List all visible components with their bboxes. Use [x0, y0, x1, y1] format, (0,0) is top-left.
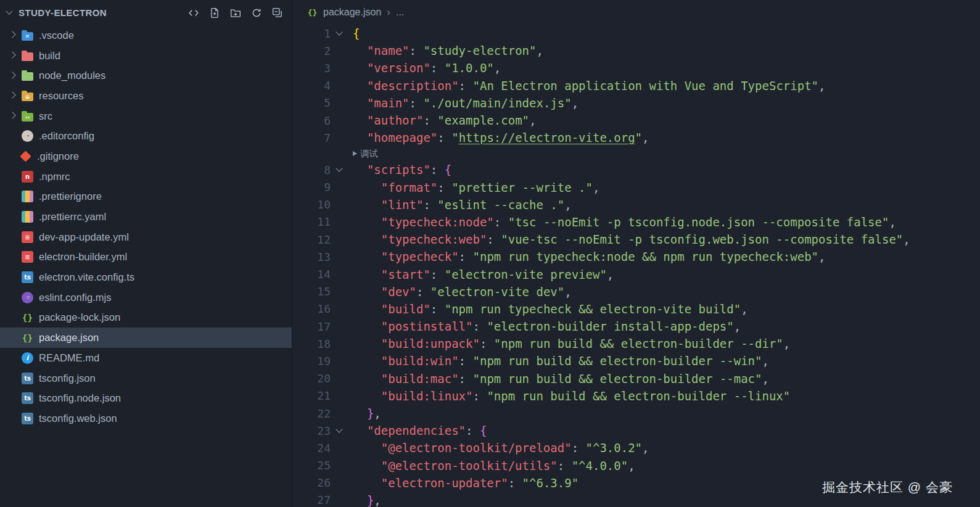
fold-chevron-icon[interactable]	[331, 429, 347, 432]
new-file-icon[interactable]	[209, 7, 220, 19]
codelens-debug[interactable]: 调试	[292, 146, 980, 161]
line-number: 12	[292, 233, 331, 246]
file-label: README.md	[39, 352, 99, 364]
code-line-14[interactable]: 14 "start": "electron-vite preview",	[292, 265, 980, 282]
json-braces-icon: {}	[22, 332, 33, 344]
code-text: "postinstall": "electron-builder install…	[347, 319, 741, 333]
tree-file-.editorconfig[interactable]: ·.editorconfig	[0, 126, 292, 146]
code-icon[interactable]	[188, 7, 199, 19]
code-line-2[interactable]: 2 "name": "study-electron",	[292, 42, 980, 59]
tree-file-tsconfig.json[interactable]: tstsconfig.json	[0, 368, 292, 389]
code-line-24[interactable]: 24 "@electron-toolkit/preload": "^3.0.2"…	[292, 439, 980, 456]
code-line-19[interactable]: 19 "build:win": "npm run build && electr…	[292, 352, 980, 369]
code-line-12[interactable]: 12 "typecheck:web": "vue-tsc --noEmit -p…	[292, 231, 980, 248]
fold-chevron-icon[interactable]	[331, 32, 347, 35]
vscode-folder-icon: ✕	[22, 32, 33, 41]
code-text: "description": "An Electron application …	[347, 79, 825, 93]
code-line-11[interactable]: 11 "typecheck:node": "tsc --noEmit -p ts…	[292, 213, 980, 231]
code-line-25[interactable]: 25 "@electron-toolkit/utils": "^4.0.0",	[292, 457, 980, 474]
code-line-20[interactable]: 20 "build:mac": "npm run build && electr…	[292, 370, 980, 387]
tree-folder-build[interactable]: build	[0, 46, 292, 66]
code-text: "typecheck:node": "tsc --noEmit -p tscon…	[347, 215, 896, 229]
chevron-right-icon	[7, 332, 20, 344]
chevron-right-icon	[7, 130, 20, 142]
chevron-right-icon	[7, 291, 20, 303]
npm-icon: n	[22, 171, 33, 183]
collapse-all-icon[interactable]	[272, 7, 283, 19]
chevron-right-icon[interactable]	[7, 70, 20, 82]
code-line-8[interactable]: 8 "scripts": {	[292, 161, 980, 178]
code-line-15[interactable]: 15 "dev": "electron-vite dev",	[292, 283, 980, 300]
code-line-5[interactable]: 5 "main": "./out/main/index.js",	[292, 94, 980, 112]
code-text: "dev": "electron-vite dev",	[347, 285, 572, 299]
breadcrumb-more[interactable]: ...	[396, 7, 404, 18]
code-text: "homepage": "https://electron-vite.org",	[347, 131, 649, 144]
code-lines: 1{2 "name": "study-electron",3 "version"…	[292, 25, 980, 507]
code-line-13[interactable]: 13 "typecheck": "npm run typecheck:node …	[292, 248, 980, 265]
code-text: "build:linux": "npm run build && electro…	[347, 389, 790, 403]
file-label: electron-builder.yml	[39, 251, 127, 263]
code-text: "typecheck": "npm run typecheck:node && …	[347, 250, 825, 263]
tree-file-.gitignore[interactable]: .gitignore	[0, 146, 292, 167]
explorer-sidebar: STUDY-ELECTRON ✕.vscodebuildnode	[0, 0, 292, 507]
code-line-22[interactable]: 22 },	[292, 405, 980, 422]
line-number: 4	[292, 79, 331, 92]
chevron-right-icon[interactable]	[7, 29, 20, 41]
code-line-9[interactable]: 9 "format": "prettier --write .",	[292, 179, 980, 196]
tree-folder-.vscode[interactable]: ✕.vscode	[0, 25, 292, 46]
code-line-3[interactable]: 3 "version": "1.0.0",	[292, 59, 980, 76]
tree-file-.prettierrc.yaml[interactable]: .prettierrc.yaml	[0, 207, 292, 227]
tree-file-package-lock.json[interactable]: {}package-lock.json	[0, 308, 292, 328]
node-modules-folder-icon	[22, 72, 33, 81]
code-text: "dependencies": {	[347, 424, 487, 437]
tree-file-tsconfig.web.json[interactable]: tstsconfig.web.json	[0, 408, 292, 429]
breadcrumb-file[interactable]: package.json	[323, 7, 381, 18]
chevron-down-icon[interactable]	[4, 7, 16, 19]
file-label: .prettierrc.yaml	[39, 211, 106, 223]
tree-file-README.md[interactable]: iREADME.md	[0, 348, 292, 368]
fold-chevron-icon[interactable]	[331, 168, 347, 171]
play-icon	[353, 151, 357, 156]
code-text: },	[347, 406, 381, 420]
tree-file-package.json[interactable]: {}package.json	[0, 328, 292, 348]
code-line-1[interactable]: 1{	[292, 25, 980, 42]
new-folder-icon[interactable]	[230, 7, 241, 19]
tree-file-electron-builder.yml[interactable]: ≡electron-builder.yml	[0, 247, 292, 268]
tree-file-electron.vite.config.ts[interactable]: tselectron.vite.config.ts	[0, 267, 292, 287]
line-number: 24	[292, 442, 331, 455]
code-text: },	[347, 493, 381, 507]
code-line-10[interactable]: 10 "lint": "eslint --cache .",	[292, 196, 980, 213]
tree-file-.npmrc[interactable]: n.npmrc	[0, 167, 292, 187]
tree-file-tsconfig.node.json[interactable]: tstsconfig.node.json	[0, 388, 292, 408]
code-line-16[interactable]: 16 "build": "npm run typecheck && electr…	[292, 300, 980, 318]
resources-folder-icon: ≡	[22, 93, 33, 101]
line-number: 16	[292, 302, 331, 315]
tree-file-dev-app-update.yml[interactable]: ≡dev-app-update.yml	[0, 227, 292, 247]
code-line-23[interactable]: 23 "dependencies": {	[292, 422, 980, 439]
chevron-right-icon[interactable]	[7, 110, 20, 122]
tree-folder-src[interactable]: ‹›src	[0, 106, 292, 126]
code-text: "version": "1.0.0",	[347, 61, 501, 75]
refresh-icon[interactable]	[251, 7, 262, 19]
code-line-18[interactable]: 18 "build:unpack": "npm run build && ele…	[292, 335, 980, 352]
code-text: "name": "study-electron",	[347, 44, 543, 57]
chevron-right-icon	[7, 352, 20, 364]
prettier-icon	[22, 211, 33, 223]
code-line-21[interactable]: 21 "build:linux": "npm run build && elec…	[292, 387, 980, 405]
chevron-right-icon[interactable]	[7, 89, 20, 102]
code-line-4[interactable]: 4 "description": "An Electron applicatio…	[292, 77, 980, 94]
file-label: tsconfig.web.json	[39, 413, 117, 424]
chevron-right-icon	[7, 271, 20, 284]
tree-file-.prettierignore[interactable]: .prettierignore	[0, 187, 292, 207]
chevron-right-icon[interactable]	[7, 49, 20, 62]
code-text: "scripts": {	[347, 163, 451, 176]
code-line-7[interactable]: 7 "homepage": "https://electron-vite.org…	[292, 129, 980, 146]
line-number: 17	[292, 320, 331, 333]
tree-file-eslint.config.mjs[interactable]: ◦eslint.config.mjs	[0, 287, 292, 308]
code-line-6[interactable]: 6 "author": "example.com",	[292, 112, 980, 129]
tree-folder-node_modules[interactable]: node_modules	[0, 65, 292, 86]
code-line-17[interactable]: 17 "postinstall": "electron-builder inst…	[292, 318, 980, 335]
tree-folder-resources[interactable]: ≡resources	[0, 86, 292, 106]
line-number: 27	[292, 493, 331, 506]
code-text: "@electron-toolkit/preload": "^3.0.2",	[347, 441, 649, 455]
